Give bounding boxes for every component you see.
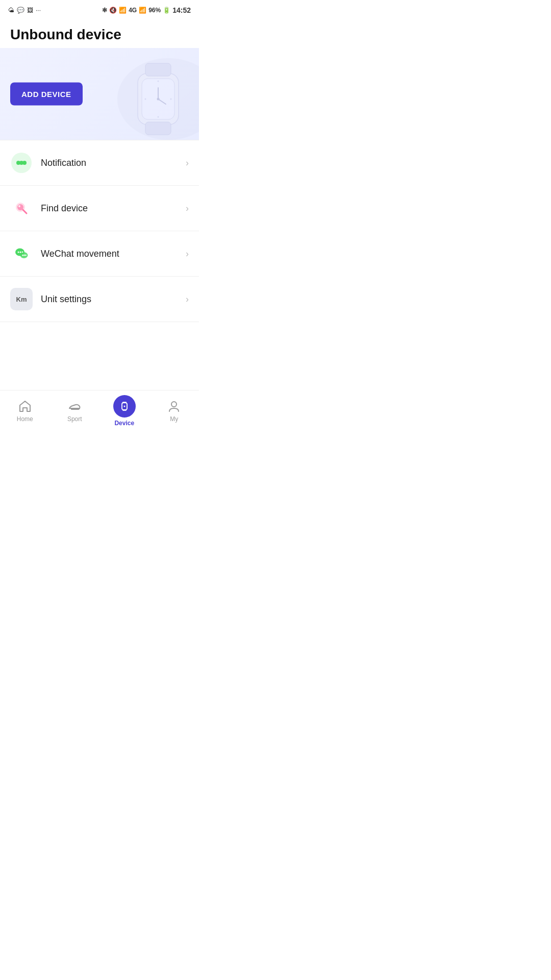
menu-item-notification[interactable]: Notification › <box>0 140 199 186</box>
svg-point-11 <box>145 99 146 100</box>
message-icon: 💬 <box>17 7 24 14</box>
find-device-icon <box>10 197 33 219</box>
menu-list: Notification › Find device › <box>0 140 199 322</box>
sport-icon <box>67 399 82 413</box>
menu-item-find-device[interactable]: Find device › <box>0 186 199 231</box>
time-display: 14:52 <box>172 6 191 14</box>
add-device-button[interactable]: ADD DEVICE <box>10 83 83 106</box>
menu-item-wechat[interactable]: WeChat movement › <box>0 231 199 277</box>
battery-label: 96% <box>148 7 161 14</box>
svg-point-25 <box>22 255 23 256</box>
status-left: 🌤 💬 🖼 ··· <box>8 7 41 14</box>
network-label: 4G <box>129 7 137 14</box>
svg-point-26 <box>23 255 25 256</box>
unit-settings-label: Unit settings <box>41 294 91 305</box>
menu-item-left-unit: Km Unit settings <box>10 288 91 310</box>
nav-item-device[interactable]: Device <box>99 395 149 427</box>
signal-icon: 📶 <box>139 7 146 14</box>
wifi-icon: 📶 <box>119 7 127 14</box>
svg-point-15 <box>22 161 27 165</box>
home-icon <box>18 399 32 413</box>
notification-icon <box>10 152 33 174</box>
nav-label-device: Device <box>114 420 134 427</box>
nav-label-home: Home <box>17 415 33 423</box>
more-icon: ··· <box>36 7 41 14</box>
mute-icon: 🔇 <box>109 7 117 14</box>
weather-icon: 🌤 <box>8 7 14 14</box>
battery-icon: 🔋 <box>163 7 170 14</box>
nav-label-my: My <box>170 415 178 423</box>
svg-point-22 <box>20 252 21 253</box>
menu-item-left-find: Find device <box>10 197 88 219</box>
svg-rect-30 <box>122 409 127 411</box>
unit-settings-chevron: › <box>186 294 189 305</box>
svg-point-21 <box>18 252 19 253</box>
nav-item-home[interactable]: Home <box>0 399 50 423</box>
svg-point-8 <box>158 81 159 82</box>
bluetooth-icon: ✻ <box>102 7 107 14</box>
svg-point-32 <box>171 402 177 407</box>
menu-item-left-notification: Notification <box>10 152 86 174</box>
svg-point-10 <box>158 116 159 118</box>
svg-point-9 <box>170 99 172 100</box>
bottom-nav: Home Sport Device My <box>0 390 199 431</box>
svg-point-27 <box>25 255 27 256</box>
hero-section: ADD DEVICE <box>0 48 199 140</box>
unit-settings-icon: Km <box>10 288 33 310</box>
watch-illustration <box>87 48 199 140</box>
find-device-chevron: › <box>186 203 189 214</box>
svg-line-19 <box>23 210 27 213</box>
find-device-label: Find device <box>41 203 88 214</box>
nav-item-my[interactable]: My <box>149 399 199 423</box>
page-title: Unbound device <box>10 27 189 43</box>
header: Unbound device <box>0 18 199 43</box>
svg-point-18 <box>18 205 20 207</box>
svg-rect-2 <box>145 63 171 76</box>
wechat-icon <box>10 242 33 265</box>
status-right: ✻ 🔇 📶 4G 📶 96% 🔋 14:52 <box>102 6 191 14</box>
wechat-label: WeChat movement <box>41 249 119 259</box>
notification-chevron: › <box>186 158 189 168</box>
nav-item-sport[interactable]: Sport <box>50 399 100 423</box>
notification-label: Notification <box>41 158 86 168</box>
hero-content: ADD DEVICE <box>10 83 83 106</box>
svg-point-7 <box>157 98 160 101</box>
menu-item-unit-settings[interactable]: Km Unit settings › <box>0 277 199 322</box>
status-bar: 🌤 💬 🖼 ··· ✻ 🔇 📶 4G 📶 96% 🔋 14:52 <box>0 0 199 18</box>
svg-point-31 <box>123 405 125 407</box>
menu-item-left-wechat: WeChat movement <box>10 242 119 265</box>
wechat-chevron: › <box>186 249 189 259</box>
image-icon: 🖼 <box>27 7 33 14</box>
my-icon <box>167 399 181 413</box>
nav-label-sport: Sport <box>67 415 82 423</box>
device-icon-active <box>113 395 136 418</box>
svg-rect-3 <box>145 122 171 135</box>
